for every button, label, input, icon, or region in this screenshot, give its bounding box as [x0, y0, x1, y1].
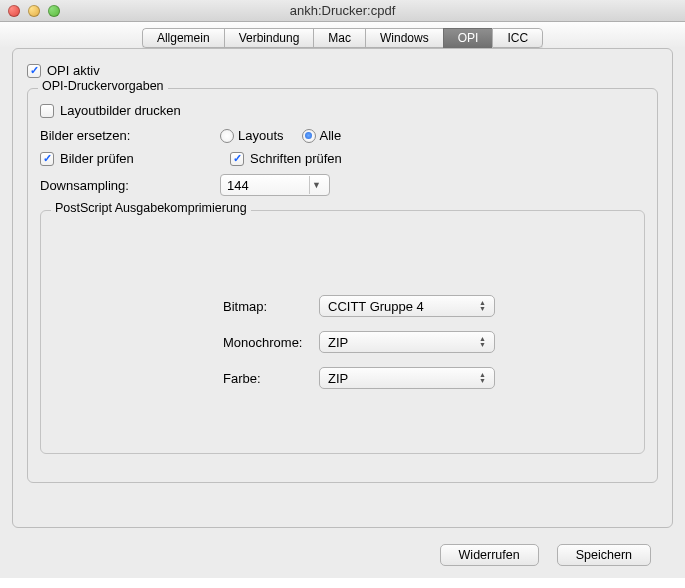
- mono-label: Monochrome:: [223, 335, 319, 350]
- bitmap-popup[interactable]: CCITT Gruppe 4 ▲▼: [319, 295, 495, 317]
- tab-opi[interactable]: OPI: [443, 28, 493, 48]
- stepper-arrows-icon: ▲▼: [479, 372, 486, 384]
- postscript-compress-group: PostScript Ausgabekomprimierung Bitmap: …: [40, 210, 645, 454]
- save-button[interactable]: Speichern: [557, 544, 651, 566]
- downsampling-label: Downsampling:: [40, 178, 180, 193]
- window-titlebar: ankh:Drucker:cpdf: [0, 0, 685, 22]
- bitmap-label: Bitmap:: [223, 299, 319, 314]
- downsampling-value: 144: [227, 178, 249, 193]
- zoom-icon[interactable]: [48, 5, 60, 17]
- stepper-arrows-icon: ▲▼: [479, 336, 486, 348]
- stepper-arrows-icon: ▲▼: [479, 300, 486, 312]
- opi-aktiv-label: OPI aktiv: [47, 63, 100, 78]
- schriften-pruefen-checkbox[interactable]: [230, 152, 244, 166]
- mono-value: ZIP: [328, 335, 348, 350]
- farbe-label: Farbe:: [223, 371, 319, 386]
- bilder-pruefen-label: Bilder prüfen: [60, 151, 134, 166]
- bilder-ersetzen-label: Bilder ersetzen:: [40, 128, 180, 143]
- revert-button[interactable]: Widerrufen: [440, 544, 539, 566]
- main-panel: OPI aktiv OPI-Druckervorgaben Layoutbild…: [12, 48, 673, 528]
- bitmap-value: CCITT Gruppe 4: [328, 299, 424, 314]
- radio-layouts-label: Layouts: [238, 128, 284, 143]
- farbe-popup[interactable]: ZIP ▲▼: [319, 367, 495, 389]
- tab-windows[interactable]: Windows: [365, 28, 443, 48]
- tab-icc[interactable]: ICC: [492, 28, 543, 48]
- tab-allgemein[interactable]: Allgemein: [142, 28, 224, 48]
- tab-mac[interactable]: Mac: [313, 28, 365, 48]
- layoutbilder-checkbox[interactable]: [40, 104, 54, 118]
- close-icon[interactable]: [8, 5, 20, 17]
- layoutbilder-label: Layoutbilder drucken: [60, 103, 181, 118]
- compress-group-legend: PostScript Ausgabekomprimierung: [51, 201, 251, 215]
- radio-alle[interactable]: Alle: [302, 128, 342, 143]
- radio-alle-label: Alle: [320, 128, 342, 143]
- window-title: ankh:Drucker:cpdf: [0, 3, 685, 18]
- chevron-down-icon: ▼: [309, 176, 323, 194]
- schriften-pruefen-label: Schriften prüfen: [250, 151, 342, 166]
- tab-verbindung[interactable]: Verbindung: [224, 28, 314, 48]
- radio-layouts[interactable]: Layouts: [220, 128, 284, 143]
- minimize-icon[interactable]: [28, 5, 40, 17]
- bilder-pruefen-checkbox[interactable]: [40, 152, 54, 166]
- mono-popup[interactable]: ZIP ▲▼: [319, 331, 495, 353]
- opi-group-legend: OPI-Druckervorgaben: [38, 79, 168, 93]
- tab-bar: Allgemein Verbindung Mac Windows OPI ICC: [0, 22, 685, 48]
- opi-aktiv-checkbox[interactable]: [27, 64, 41, 78]
- downsampling-combo[interactable]: 144 ▼: [220, 174, 330, 196]
- opi-settings-group: OPI-Druckervorgaben Layoutbilder drucken…: [27, 88, 658, 483]
- farbe-value: ZIP: [328, 371, 348, 386]
